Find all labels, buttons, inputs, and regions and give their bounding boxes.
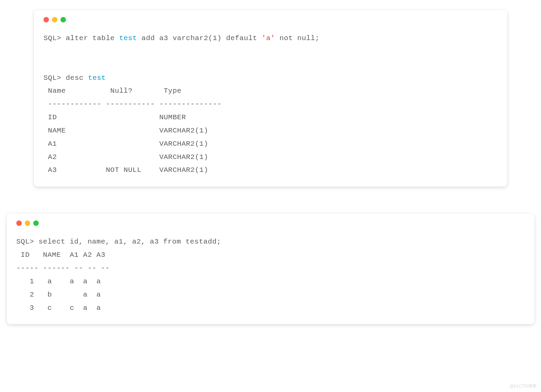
traffic-lights xyxy=(43,17,498,22)
terminal-window-2: SQL> select id, name, a1, a2, a3 from te… xyxy=(7,214,534,324)
desc-row: ID NUMBER xyxy=(43,113,186,121)
result-row: 1 a a a a xyxy=(16,278,101,285)
desc-separator: ------------ ----------- -------------- xyxy=(43,100,222,108)
maximize-icon[interactable] xyxy=(60,17,66,22)
result-row: 2 b a a xyxy=(16,291,101,299)
minimize-icon[interactable] xyxy=(25,220,30,226)
desc-row: A2 VARCHAR2(1) xyxy=(43,153,208,161)
result-header: ID NAME A1 A2 A3 xyxy=(16,251,105,259)
sql-text: SQL> alter table xyxy=(43,34,119,42)
desc-row: NAME VARCHAR2(1) xyxy=(43,127,208,135)
minimize-icon[interactable] xyxy=(52,17,57,22)
close-icon[interactable] xyxy=(16,220,22,226)
keyword-test: test xyxy=(119,34,137,42)
sql-text: not null; xyxy=(275,34,319,42)
desc-header: Name Null? Type xyxy=(43,87,181,95)
terminal-window-1: SQL> alter table test add a3 varchar2(1)… xyxy=(34,10,507,186)
result-separator: ----- ------ -- -- -- xyxy=(16,264,110,272)
sql-text: add a3 varchar2(1) default xyxy=(137,34,262,42)
desc-row: A1 VARCHAR2(1) xyxy=(43,140,208,148)
code-block-1: SQL> alter table test add a3 varchar2(1)… xyxy=(43,32,498,177)
maximize-icon[interactable] xyxy=(33,220,39,226)
traffic-lights xyxy=(16,220,525,226)
sql-text: SQL> select id, name, a1, a2, a3 from te… xyxy=(16,238,221,246)
code-block-2: SQL> select id, name, a1, a2, a3 from te… xyxy=(16,235,525,315)
close-icon[interactable] xyxy=(43,17,49,22)
keyword-test: test xyxy=(88,74,106,82)
result-row: 3 c c a a xyxy=(16,304,101,312)
string-literal: 'a' xyxy=(262,34,275,42)
sql-text: SQL> desc xyxy=(43,74,88,82)
desc-row: A3 NOT NULL VARCHAR2(1) xyxy=(43,166,208,174)
